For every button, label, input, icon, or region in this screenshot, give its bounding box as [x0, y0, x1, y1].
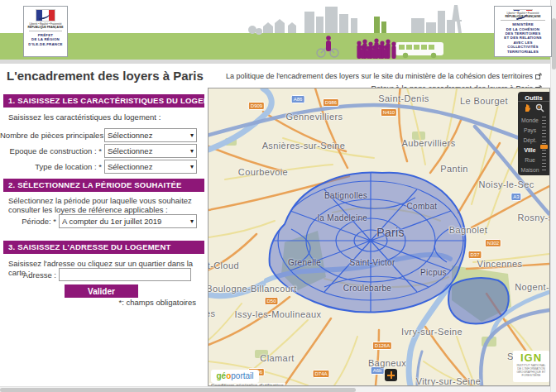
page-title: L'encadrement des loyers à Paris	[7, 69, 204, 83]
ministry-line: ET DES RELATIONS	[504, 36, 541, 40]
chevron-down-icon: ▾	[190, 218, 194, 225]
adresse-input[interactable]	[59, 268, 191, 281]
road-shield: D909	[248, 102, 265, 110]
district-label[interactable]: Picpus	[420, 268, 447, 277]
field-row-pieces: Nombre de pièces principales : * Sélecti…	[0, 128, 204, 142]
section2-header: 2. SÉLECTIONNEZ LA PÉRIODE SOUHAITÉE	[3, 179, 204, 192]
town-label: Asnières-sur-Seine	[262, 141, 346, 151]
town-label: Boulogne-Billancourt	[208, 284, 297, 294]
zoom-level-item[interactable]: Maison	[518, 165, 542, 175]
road-shield: D74A	[312, 370, 329, 378]
valider-button[interactable]: Valider	[65, 284, 138, 298]
epoque-select[interactable]: Sélectionnez▾	[104, 144, 197, 158]
section1-intro: Saisissez les caractéristiques du logeme…	[8, 112, 200, 122]
town-label: Vitry-sur-Seine	[416, 376, 482, 386]
road-shield: N410	[381, 108, 397, 117]
bois-de-vincennes-overlay	[448, 278, 509, 323]
section2-intro: Sélectionnez la période pour laquelle vo…	[8, 196, 200, 214]
town-label: Saint-Denis	[378, 93, 429, 103]
periode-select[interactable]: A compter du 1er juillet 2019▾	[59, 214, 197, 228]
section1-header: 1. SAISISSEZ LES CARACTÉRISTIQUES DU LOG…	[3, 94, 204, 108]
road-shield: A86	[291, 95, 305, 103]
town-label: Clamart	[260, 353, 294, 363]
pieces-label: Nombre de pièces principales : *	[0, 131, 102, 140]
ministry-line: TERRITORIALES	[504, 50, 541, 54]
zoom-level-item[interactable]: Rue	[518, 155, 542, 165]
tools-title: Outils	[518, 92, 549, 102]
pan-hand-icon[interactable]	[523, 103, 532, 112]
ministry-logo: Liberté • Égalité • Fraternité RÉPUBLIQU…	[494, 6, 552, 57]
zoom-level-item[interactable]: Ville	[518, 146, 542, 155]
district-label[interactable]: la Madeleine	[318, 213, 367, 222]
field-row-adresse: Adresse :	[0, 268, 204, 281]
town-label: Ivry-sur-Seine	[401, 327, 463, 337]
pieces-select[interactable]: Sélectionnez▾	[104, 128, 197, 142]
chevron-down-icon: ▾	[190, 163, 194, 170]
link-ministry-policy[interactable]: La politique de l'encadrement des loyers…	[226, 70, 542, 83]
road-shield: D986	[323, 98, 339, 107]
ministry-line: COLLECTIVITÉS	[504, 45, 541, 49]
zoom-tool-icon[interactable]	[535, 103, 544, 112]
field-row-type-location: Type de location : * Sélectionnez▾	[0, 160, 204, 174]
map-container[interactable]: A86D909D986N410A3N302D37D50D906D74AA6bD1…	[208, 88, 550, 386]
town-label: Issy-les-Moulineaux	[235, 309, 322, 319]
prefet-line: D'ILE-DE-FRANCE	[28, 42, 62, 46]
town-label: Le Bourget	[460, 96, 508, 106]
section3-header: 3. SAISISSEZ L'ADRESSE DU LOGEMENT	[3, 241, 204, 254]
town-label: Sèvres	[208, 308, 215, 318]
vertical-scrollbar[interactable]	[550, 0, 556, 392]
horizontal-scrollbar-thumb[interactable]	[0, 388, 356, 392]
banner-divider	[0, 60, 556, 64]
skyline-icon	[248, 5, 462, 35]
ministry-text: MINISTÈREDE LA COHÉSIONDES TERRITOIRESET…	[504, 22, 541, 54]
town-label: Nogent-sur-Marne	[515, 282, 550, 292]
french-flag-icon	[36, 9, 55, 22]
adresse-label: Adresse :	[0, 270, 56, 280]
town-label: Bagnolet	[449, 225, 488, 235]
field-row-periode: Période: * A compter du 1er juillet 2019…	[0, 214, 204, 228]
vertical-scrollbar-thumb[interactable]	[552, 18, 556, 69]
crowd-icon	[357, 38, 395, 59]
town-label: Pantin	[440, 164, 468, 174]
town-label: Noisy-le-Sec	[478, 179, 534, 189]
zoom-slider-handle[interactable]	[540, 145, 548, 149]
road-shield: A3	[510, 193, 521, 201]
town-label: Saint-Cloud	[208, 261, 239, 270]
chevron-down-icon: ▾	[190, 131, 194, 139]
type-location-label: Type de location : *	[0, 162, 102, 171]
periode-label: Période: *	[0, 217, 56, 226]
page: Liberté • Égalité • Fraternité RÉPUBLIQU…	[0, 0, 556, 392]
town-label: Courbevoie	[238, 167, 288, 177]
town-label: Vincennes	[477, 259, 523, 269]
header-banner-illustration	[0, 0, 556, 60]
town-label: Gennevilliers	[286, 112, 343, 122]
town-label: Rosny-sous-Bois	[517, 213, 550, 222]
recenter-icon[interactable]	[385, 369, 397, 381]
external-link-icon	[535, 73, 542, 79]
town-label: Bagneux	[368, 358, 406, 368]
required-fields-note: *: champs obligatoires	[0, 298, 196, 307]
district-label[interactable]: Saint-Victor	[349, 258, 395, 267]
republic-label: RÉPUBLIQUE FRANÇAISE	[28, 26, 64, 29]
horizontal-scrollbar[interactable]	[0, 386, 550, 392]
zoom-level-item[interactable]: Pays	[518, 126, 542, 136]
ign-logo: IGN INSTITUT NATIONAL DE L'INFORMATION G…	[513, 351, 549, 382]
type-location-select[interactable]: Sélectionnez▾	[104, 160, 197, 174]
zoom-level-item[interactable]: Dépt.	[518, 136, 542, 146]
map-tools-panel: Outils MondePaysDépt.VilleRueMaison	[518, 92, 549, 175]
prefet-text: PRÉFETDE LA RÉGIOND'ILE-DE-FRANCE	[28, 33, 62, 46]
district-label[interactable]: Combat	[407, 202, 438, 211]
zoom-level-item[interactable]: Monde	[518, 116, 542, 126]
field-row-epoque: Epoque de construction : * Sélectionnez▾	[0, 144, 204, 158]
road-shield: D50	[264, 297, 278, 305]
prefet-logo: Liberté • Égalité • Fraternité RÉPUBLIQU…	[23, 6, 68, 57]
district-label[interactable]: Batignolles	[324, 191, 367, 200]
epoque-label: Epoque de construction : *	[0, 146, 102, 155]
district-label[interactable]: Grenelle	[288, 258, 321, 267]
district-label[interactable]: Croulebarbe	[343, 284, 391, 293]
chevron-down-icon: ▾	[190, 147, 194, 155]
district-label[interactable]: Paris	[376, 226, 404, 239]
french-flag-icon	[513, 9, 533, 11]
zoom-levels: MondePaysDépt.VilleRueMaison	[518, 116, 542, 175]
geoportail-logo[interactable]: géoportail	[211, 370, 259, 383]
